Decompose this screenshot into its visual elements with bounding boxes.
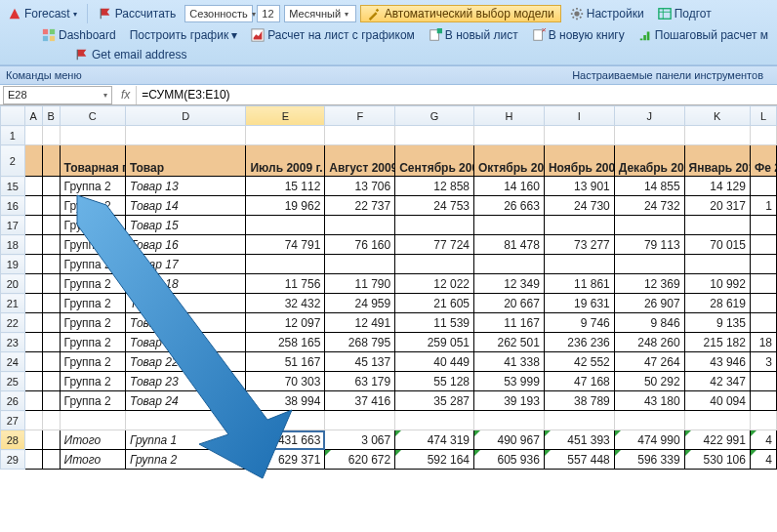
col-K[interactable]: K [684, 106, 750, 126]
cell[interactable]: 53 999 [474, 372, 545, 391]
cell[interactable] [614, 216, 684, 235]
cell[interactable] [42, 196, 60, 216]
row-header[interactable]: 27 [1, 411, 25, 430]
cell[interactable]: 592 164 [395, 450, 474, 470]
cell[interactable] [42, 333, 60, 352]
cell[interactable] [60, 126, 125, 145]
cell[interactable]: 32 432 [246, 294, 325, 313]
cell[interactable]: 77 724 [395, 235, 474, 255]
cell[interactable]: 38 994 [246, 391, 325, 411]
cell[interactable]: Товар 22 [125, 352, 246, 372]
cell[interactable]: 43 946 [684, 352, 750, 372]
row-header[interactable]: 21 [1, 294, 25, 313]
cell[interactable] [395, 126, 474, 145]
cell[interactable]: 258 165 [246, 333, 325, 352]
cell[interactable] [750, 126, 776, 145]
cell[interactable]: Группа 2 [60, 333, 125, 352]
cell[interactable]: 12 858 [395, 177, 474, 196]
cell[interactable]: Сентябрь 2009 г. [395, 145, 474, 177]
cell[interactable]: 73 277 [544, 235, 614, 255]
cell[interactable]: 37 416 [325, 391, 395, 411]
row-header[interactable]: 19 [1, 255, 25, 274]
cell[interactable]: Группа 1 [125, 430, 246, 450]
cell[interactable] [24, 235, 42, 255]
cell[interactable]: Товар 23 [125, 372, 246, 391]
col-A[interactable]: A [24, 106, 42, 126]
cell[interactable] [544, 216, 614, 235]
settings-button[interactable]: Настройки [565, 6, 649, 21]
cell[interactable]: 215 182 [684, 333, 750, 352]
cell[interactable]: 42 552 [544, 352, 614, 372]
cell[interactable] [325, 255, 395, 274]
cell[interactable] [42, 274, 60, 294]
cell[interactable] [42, 430, 60, 450]
cell[interactable]: Товар 19 [125, 294, 246, 313]
row-header[interactable]: 18 [1, 235, 25, 255]
row-header[interactable]: 26 [1, 391, 25, 411]
cell[interactable] [684, 126, 750, 145]
row-header[interactable]: 28 [1, 430, 25, 450]
cell[interactable]: Группа 2 [60, 216, 125, 235]
table-row[interactable]: 18Группа 2Товар 1674 79176 16077 72481 4… [1, 235, 777, 255]
cell[interactable] [24, 255, 42, 274]
cell[interactable]: 596 339 [614, 450, 684, 470]
cell[interactable]: 51 167 [246, 352, 325, 372]
cell[interactable]: 19 631 [544, 294, 614, 313]
forecast-menu[interactable]: Forecast ▾ [4, 7, 81, 20]
cell[interactable] [750, 216, 776, 235]
table-row[interactable]: 17Группа 2Товар 15 [1, 216, 777, 235]
cell[interactable]: 21 605 [395, 294, 474, 313]
cell[interactable]: 22 737 [325, 196, 395, 216]
cell[interactable]: 474 319 [395, 430, 474, 450]
cell[interactable]: Товар 18 [125, 274, 246, 294]
cell[interactable]: 50 292 [614, 372, 684, 391]
cell[interactable]: 14 855 [614, 177, 684, 196]
cell[interactable]: 20 317 [684, 196, 750, 216]
cell[interactable] [246, 216, 325, 235]
cell[interactable]: 26 663 [474, 196, 545, 216]
cell[interactable]: Группа 2 [60, 391, 125, 411]
col-H[interactable]: H [474, 106, 545, 126]
cell[interactable]: 1 [750, 196, 776, 216]
col-E[interactable]: E [246, 106, 325, 126]
cell[interactable]: 9 746 [544, 313, 614, 333]
cell[interactable] [750, 391, 776, 411]
cell[interactable] [544, 411, 614, 430]
cell[interactable]: Товар 15 [125, 216, 246, 235]
cell[interactable]: 11 790 [325, 274, 395, 294]
table-row[interactable]: 26Группа 2Товар 2438 99437 41635 28739 1… [1, 391, 777, 411]
cell[interactable] [750, 177, 776, 196]
cell[interactable] [24, 333, 42, 352]
cell[interactable]: 18 [750, 333, 776, 352]
table-row[interactable]: 29ИтогоГруппа 2629 371620 672592 164605 … [1, 450, 777, 470]
compute-button[interactable]: Рассчитать [94, 6, 182, 21]
row-header[interactable]: 25 [1, 372, 25, 391]
cell[interactable]: 11 756 [246, 274, 325, 294]
cell[interactable] [684, 411, 750, 430]
cell[interactable]: 12 491 [325, 313, 395, 333]
cell[interactable] [24, 196, 42, 216]
cell[interactable] [42, 294, 60, 313]
cell[interactable] [750, 274, 776, 294]
cell[interactable]: 11 861 [544, 274, 614, 294]
cell[interactable] [614, 255, 684, 274]
cell[interactable]: Группа 2 [60, 177, 125, 196]
cell[interactable] [750, 255, 776, 274]
cell[interactable]: 38 789 [544, 391, 614, 411]
cell[interactable]: 605 936 [474, 450, 545, 470]
col-B[interactable]: B [42, 106, 60, 126]
cell[interactable] [24, 313, 42, 333]
cell[interactable] [42, 352, 60, 372]
cell[interactable] [24, 126, 42, 145]
cell[interactable] [60, 411, 125, 430]
cell[interactable]: 41 338 [474, 352, 545, 372]
cell[interactable]: 4 [750, 430, 776, 450]
worksheet-grid[interactable]: A B C D E F G H I J K L 12Товарная групп… [0, 105, 777, 470]
cell[interactable] [474, 411, 545, 430]
fx-icon[interactable]: fx [115, 88, 136, 102]
cell[interactable]: Группа 2 [60, 255, 125, 274]
cell[interactable]: Июль 2009 г. [246, 145, 325, 177]
cell[interactable]: 24 753 [395, 196, 474, 216]
cell[interactable]: 3 [750, 352, 776, 372]
cell[interactable]: 13 901 [544, 177, 614, 196]
